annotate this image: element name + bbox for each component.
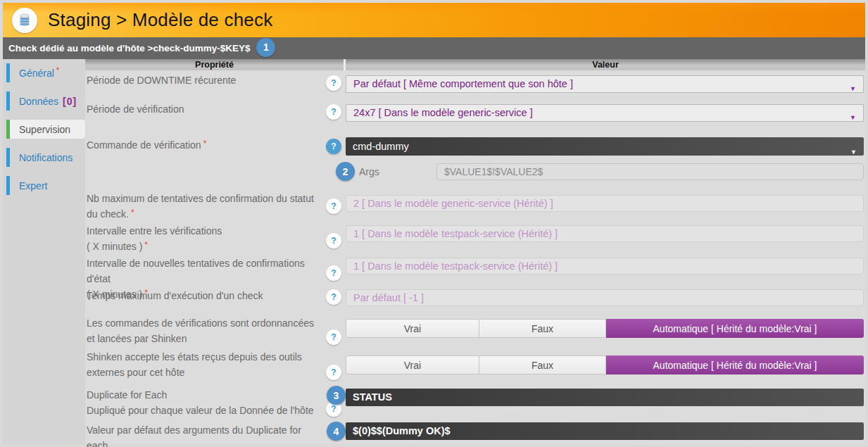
- column-header-property: Propriété: [85, 59, 346, 70]
- page-title: Staging > Modèle de check: [48, 9, 272, 31]
- table-row: Les commandes de vérifications sont ordo…: [85, 315, 865, 346]
- table-row: Commande de vérification* ? cmd-dummy ▼ …: [85, 137, 865, 156]
- help-icon[interactable]: ?: [326, 329, 341, 345]
- page: Staging > Modèle de check Check dédié au…: [3, 3, 865, 444]
- required-asterisk: *: [131, 208, 134, 218]
- property-label: Intervalle entre les vérifications: [87, 223, 322, 239]
- option-automatique-selected[interactable]: Automatique [ Hérité du modèle:Vrai ]: [606, 319, 864, 338]
- duplicate-for-each-input[interactable]: STATUS: [346, 389, 864, 406]
- annotation-badge-4: 4: [327, 422, 346, 441]
- sidebar-item-supervision[interactable]: Supervision: [6, 120, 85, 139]
- retry-interval-input: 1 [ Dans le modèle testpack-service (Hér…: [346, 258, 864, 275]
- check-period-select[interactable]: 24x7 [ Dans le modèle generic-service ] …: [346, 104, 864, 122]
- table-row: Nb maximum de tentatives de confirmation…: [85, 191, 865, 222]
- donnees-counter: [0]: [63, 96, 77, 107]
- args-label: Args: [359, 166, 436, 177]
- check-interval-input: 1 [ Dans le modèle testpack-service (Hér…: [346, 225, 864, 242]
- help-icon[interactable]: ?: [326, 139, 341, 154]
- help-icon[interactable]: ?: [326, 233, 341, 248]
- help-icon[interactable]: ?: [326, 289, 341, 305]
- property-label: Duplicate for Each: [87, 387, 322, 403]
- column-header-value: Valeur: [346, 59, 865, 70]
- table-header: Propriété Valeur: [85, 59, 865, 70]
- annotation-badge-2: 2: [336, 162, 355, 181]
- active-checks-toggle: Vrai Faux Automatique [ Hérité du modèle…: [346, 319, 864, 338]
- database-icon: [12, 8, 37, 33]
- property-label: Les commandes de vérifications sont ordo…: [87, 317, 314, 344]
- property-label: Temps maximum d'exécution d'un check: [87, 290, 263, 301]
- max-check-attempts-input: 2 [ Dans le modèle generic-service (Héri…: [346, 195, 864, 212]
- sidebar-item-label: Données: [19, 96, 58, 107]
- option-faux[interactable]: Faux: [479, 319, 606, 338]
- properties-table: Propriété Valeur Période de DOWNTIME réc…: [85, 59, 865, 444]
- required-asterisk: *: [203, 139, 207, 149]
- help-icon[interactable]: ?: [326, 365, 341, 380]
- help-icon[interactable]: ?: [326, 104, 341, 120]
- sidebar-item-label: Général: [19, 68, 54, 79]
- chevron-down-icon: ▼: [850, 81, 856, 97]
- annotation-badge-1: 1: [256, 38, 275, 57]
- table-row: Période de vérification ? 24x7 [ Dans le…: [85, 101, 865, 122]
- property-label: Shinken accepte les états reçus depuis d…: [87, 351, 302, 378]
- help-icon[interactable]: ?: [326, 199, 341, 214]
- chevron-down-icon: ▼: [850, 143, 857, 161]
- table-row: Intervalle entre les vérifications ( X m…: [85, 223, 865, 255]
- sidebar-item-expert[interactable]: Expert: [6, 176, 85, 195]
- sidebar-item-donnees[interactable]: Données [0]: [6, 92, 85, 111]
- sidebar-item-general[interactable]: Général *: [6, 63, 85, 82]
- check-command-select[interactable]: cmd-dummy ▼: [346, 137, 864, 156]
- sidebar-item-label: Supervision: [19, 124, 70, 135]
- help-icon[interactable]: ?: [326, 75, 341, 91]
- property-label-line2: ( X minutes )*: [87, 239, 322, 255]
- passive-checks-toggle: Vrai Faux Automatique [ Hérité du modèle…: [346, 355, 864, 374]
- option-automatique-selected[interactable]: Automatique [ Hérité du modèle:Vrai ]: [606, 355, 864, 374]
- app-header: Staging > Modèle de check: [3, 3, 865, 37]
- max-execution-time-input: Par défaut [ -1 ]: [346, 289, 864, 306]
- option-vrai[interactable]: Vrai: [346, 355, 479, 374]
- property-label: Intervalle de nouvelles tentatives de co…: [87, 256, 322, 287]
- sidebar-item-label: Expert: [19, 180, 47, 191]
- property-label: Valeur par défaut des arguments du Dupli…: [87, 424, 301, 447]
- table-row: Période de DOWNTIME récurente ? Par défa…: [85, 73, 865, 93]
- property-label: Commande de vérification: [87, 139, 201, 151]
- sidebar-item-notifications[interactable]: Notifications: [6, 148, 85, 167]
- breadcrumb-bar: Check dédié au modèle d'hôte >check-dumm…: [3, 37, 865, 59]
- property-label: Période de vérification: [87, 103, 184, 115]
- sidebar-item-label: Notifications: [19, 152, 73, 163]
- sidebar: Général * Données [0] Supervision Notifi…: [3, 59, 85, 444]
- option-vrai[interactable]: Vrai: [346, 319, 479, 338]
- args-input[interactable]: $VALUE1$!$VALUE2$: [436, 163, 864, 180]
- help-icon[interactable]: ?: [326, 265, 341, 281]
- required-asterisk: *: [144, 240, 148, 250]
- required-asterisk: *: [56, 65, 60, 75]
- option-faux[interactable]: Faux: [479, 355, 606, 374]
- property-label-line2: Dupliqué pour chaque valeur de la Donnée…: [87, 403, 322, 418]
- property-label: Période de DOWNTIME récurente: [87, 75, 236, 86]
- property-label: Nb maximum de tentatives de confirmation…: [87, 193, 314, 220]
- table-row: Valeur par défaut des arguments du Dupli…: [85, 422, 865, 447]
- annotation-badge-3: 3: [327, 386, 346, 405]
- table-row: Shinken accepte les états reçus depuis d…: [85, 349, 865, 380]
- downtime-period-select[interactable]: Par défaut [ Même comportement que son h…: [346, 75, 864, 93]
- table-row: Temps maximum d'exécution d'un check ? P…: [85, 288, 865, 306]
- duplicate-default-args-input[interactable]: $(0)$$(Dummy OK)$: [346, 422, 864, 440]
- table-row: Duplicate for Each Dupliqué pour chaque …: [85, 387, 865, 418]
- chevron-down-icon: ▼: [850, 110, 856, 126]
- check-description: Check dédié au modèle d'hôte >check-dumm…: [8, 43, 250, 53]
